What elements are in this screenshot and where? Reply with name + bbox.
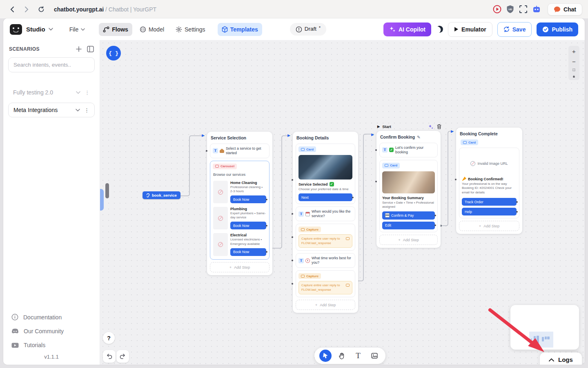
scenario-item-meta-integrations[interactable]: Meta Integrations ⋮	[8, 103, 95, 117]
edit-pencil-icon[interactable]: ✎	[417, 135, 420, 139]
next-button[interactable]: Next	[298, 193, 352, 201]
add-step-button[interactable]: +Add Step	[459, 221, 519, 231]
carousel-item[interactable]: Electrical Licensed electricians • Emerg…	[213, 232, 267, 256]
lock-button[interactable]	[572, 75, 576, 78]
chevron-down-icon[interactable]	[76, 109, 80, 112]
forward-icon[interactable]	[20, 3, 33, 16]
emulator-label: Emulator	[461, 26, 486, 33]
node-confirm-booking[interactable]: ▶ Confirm Booking ✎ T ✓ Let's confirm yo…	[376, 131, 441, 248]
chevron-down-icon[interactable]	[49, 28, 53, 31]
templates-label: Templates	[230, 26, 258, 33]
chevron-down-icon[interactable]	[76, 91, 80, 94]
refresh-icon[interactable]	[35, 3, 47, 16]
connection-port	[375, 181, 377, 182]
add-step-button[interactable]: +Add Step	[379, 235, 438, 245]
hand-tool[interactable]	[336, 350, 348, 362]
flow-canvas[interactable]: { } + − book_service ▶ Service Selection…	[100, 40, 585, 365]
node-booking-details[interactable]: ▶ Booking Details Card Service Selected✓…	[293, 132, 358, 313]
zoom-in-button[interactable]: +	[571, 48, 577, 54]
carousel-item[interactable]: Home Cleaning Professional cleaning • 2-…	[213, 180, 267, 206]
fit-view-button[interactable]	[571, 69, 577, 71]
back-icon[interactable]	[6, 3, 18, 16]
robot-logo[interactable]	[10, 24, 22, 35]
dark-mode-toggle[interactable]	[435, 25, 444, 34]
help-button[interactable]: ?	[103, 332, 115, 344]
message-step[interactable]: T ✓ Let's confirm your booking	[379, 143, 438, 157]
kebab-menu-icon[interactable]: ⋮	[84, 107, 89, 113]
invalid-image-row: Invalid Image URL	[462, 150, 517, 177]
link-tutorials[interactable]: Tutorials	[8, 338, 95, 352]
node-title: Booking Complete	[459, 130, 519, 139]
search-input[interactable]	[8, 57, 95, 72]
redo-button[interactable]	[116, 350, 129, 363]
emulator-button[interactable]: Emulator	[448, 22, 492, 37]
url-bar[interactable]: chatbot.yourgpt.ai / Chatbot | YourGPT	[54, 6, 156, 13]
sidebar-expand-handle[interactable]	[100, 189, 104, 211]
canvas-scrollbar[interactable]	[105, 183, 109, 198]
save-button[interactable]: Save	[497, 22, 532, 37]
chat-extension-button[interactable]: Chat	[548, 3, 582, 16]
collapse-panel-icon[interactable]	[87, 46, 94, 52]
card-step[interactable]: Card Service Selected✓ Choose your prefe…	[296, 144, 355, 204]
message-step[interactable]: T Select a service to get started	[210, 144, 270, 158]
kebab-menu-icon[interactable]: ⋮	[85, 90, 90, 96]
confirm-pay-button[interactable]: Confirm & Pay	[382, 211, 435, 220]
tab-flows[interactable]: Flows	[99, 23, 132, 36]
scenario-item-fully-testing[interactable]: Fully testing 2.0 ⋮	[8, 85, 95, 99]
node-service-selection[interactable]: ▶ Service Selection T Select a service t…	[207, 132, 272, 275]
trash-icon[interactable]	[437, 124, 441, 129]
cursor-tool[interactable]	[319, 350, 332, 362]
capture-step[interactable]: Capture Capture entire user reply to FLO…	[296, 224, 355, 251]
node-booking-complete[interactable]: ▶ Booking Complete Card Invalid Image UR…	[456, 128, 522, 234]
text-tool[interactable]: T	[352, 350, 364, 362]
add-step-button[interactable]: +Add Step	[210, 262, 270, 272]
link-documentation[interactable]: Documentation	[8, 310, 95, 324]
tab-templates[interactable]: Templates	[218, 23, 262, 36]
track-order-button[interactable]: Track Order	[462, 198, 517, 206]
bot-extension-icon[interactable]	[532, 5, 541, 14]
book-now-button[interactable]: Book Now	[230, 248, 266, 256]
add-scenario-icon[interactable]	[76, 46, 82, 52]
ai-sparkle-icon[interactable]	[428, 124, 433, 129]
help-button[interactable]: Help	[462, 208, 517, 215]
shield-extension-icon[interactable]: UD	[506, 5, 515, 14]
json-variables-bubble[interactable]: { }	[106, 46, 121, 61]
capture-step[interactable]: Capture Capture entire user reply to FLO…	[296, 270, 355, 297]
item-desc: Licensed electricians • Emergency availa…	[230, 238, 266, 246]
image-tool[interactable]	[368, 350, 381, 362]
message-text: Select a service to get started	[226, 146, 267, 155]
add-step-button[interactable]: +Add Step	[296, 300, 355, 310]
book-now-button[interactable]: Book Now	[230, 222, 266, 229]
record-extension-icon[interactable]	[493, 5, 502, 14]
message-step[interactable]: T What time works best for you?	[296, 253, 355, 268]
tab-settings[interactable]: Settings	[172, 23, 209, 36]
draft-status[interactable]: Draft *	[290, 23, 326, 36]
carousel-intro: Browse our services	[213, 173, 266, 177]
ai-copilot-label: AI Copilot	[399, 26, 425, 33]
undo-button[interactable]	[103, 350, 116, 363]
text-step-icon: T	[382, 147, 388, 153]
carousel-item[interactable]: Plumbing Expert plumbers • Same-day serv…	[213, 206, 267, 232]
youtube-icon	[11, 343, 19, 348]
link-community[interactable]: Our Community	[8, 324, 95, 338]
ai-copilot-button[interactable]: AI Copilot	[383, 22, 431, 36]
model-icon	[140, 26, 146, 33]
capture-badge: Capture	[298, 227, 321, 232]
edit-button[interactable]: Edit	[382, 222, 435, 229]
intent-tag-book-service[interactable]: book_service	[143, 191, 180, 199]
zoom-out-button[interactable]: −	[571, 58, 577, 65]
app-window: Studio File Flows Model Settings Templat…	[3, 18, 585, 365]
minimap[interactable]	[510, 305, 579, 350]
carousel-step[interactable]: Carousel Browse our services Home Cleani…	[210, 161, 270, 260]
book-now-button[interactable]: Book Now	[230, 195, 266, 203]
alarm-clock-emoji	[305, 258, 310, 263]
tab-model[interactable]: Model	[136, 23, 168, 36]
logs-button[interactable]: Logs	[540, 352, 582, 365]
frame-extension-icon[interactable]	[519, 5, 528, 14]
card-step[interactable]: Card Your Booking Summary Service • Date…	[379, 160, 438, 232]
card-step[interactable]: Invalid Image URL Booking Confirmed! You…	[459, 148, 519, 218]
file-menu[interactable]: File	[65, 23, 89, 36]
publish-button[interactable]: Publish	[537, 22, 578, 36]
scenario-label: Fully testing 2.0	[13, 89, 53, 96]
message-step[interactable]: T When would you like the service?	[296, 206, 355, 221]
